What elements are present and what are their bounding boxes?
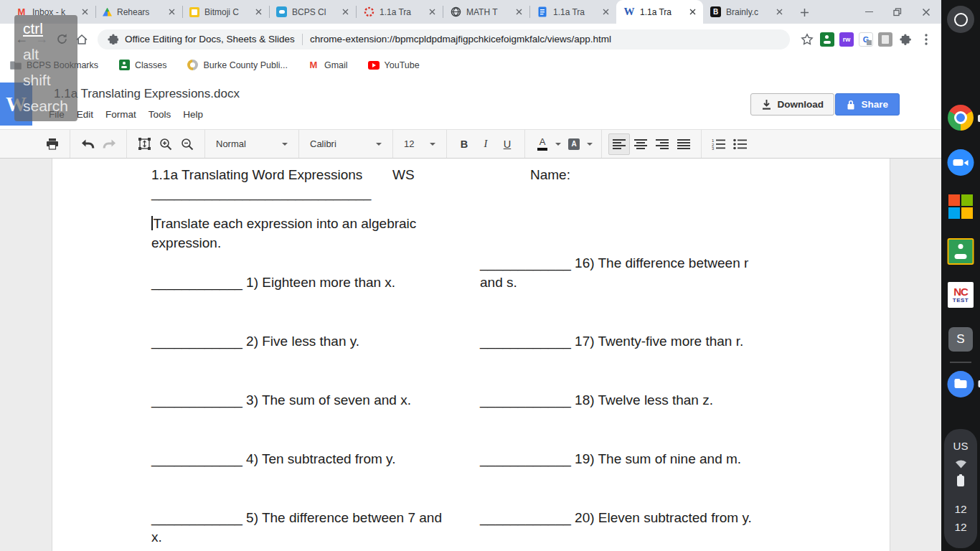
omnibox[interactable]: Office Editing for Docs, Sheets & Slides…: [98, 29, 790, 50]
align-justify-icon: [677, 139, 690, 149]
instruction-line[interactable]: Translate each expression into an algebr…: [151, 214, 416, 233]
sticky-key-shift: shift: [23, 72, 77, 88]
read-write-extension-icon[interactable]: rw: [839, 32, 854, 47]
bookmark-star-button[interactable]: [797, 29, 817, 50]
tab-close-icon[interactable]: [426, 6, 438, 18]
tab-bitmoji[interactable]: Bitmoji C: [182, 0, 269, 24]
browser-menu-button[interactable]: [918, 29, 934, 50]
menu-help[interactable]: Help: [183, 109, 203, 120]
highlight-color-dropdown[interactable]: [585, 133, 595, 155]
menu-edit[interactable]: Edit: [77, 109, 93, 120]
highlight-color-button[interactable]: A: [563, 133, 585, 155]
s-app-icon[interactable]: S: [948, 327, 973, 352]
underline-button[interactable]: U: [496, 133, 518, 155]
zoom-out-button[interactable]: [176, 133, 198, 155]
microsoft-app-icon[interactable]: [948, 194, 973, 219]
numbered-list-button[interactable]: 123: [708, 133, 730, 155]
exercise-item-16[interactable]: ____________ 16) The difference between …: [480, 253, 748, 273]
print-button[interactable]: [42, 133, 63, 155]
exercise-item-4[interactable]: ____________ 4) Ten subtracted from y.: [151, 449, 395, 468]
bold-button[interactable]: B: [453, 133, 475, 155]
download-button[interactable]: Download: [750, 93, 835, 116]
tab-bcps[interactable]: BCPS Cl: [269, 0, 356, 24]
exercise-item-19[interactable]: ____________ 19) The sum of nine and m.: [480, 449, 741, 468]
align-right-button[interactable]: [651, 133, 673, 155]
font-family-select[interactable]: Calibri: [306, 133, 386, 155]
zoom-in-button[interactable]: [155, 133, 176, 155]
undo-icon: [81, 139, 95, 149]
exercise-item-17[interactable]: ____________ 17) Twenty-five more than r…: [480, 331, 743, 351]
menu-format[interactable]: Format: [105, 109, 136, 120]
document-title[interactable]: 1.1a Translating Expressions.docx: [54, 87, 240, 101]
clipper-extension-icon[interactable]: [878, 32, 892, 47]
fit-page-icon: [138, 137, 151, 151]
nctest-app-icon[interactable]: NC TEST: [948, 282, 974, 308]
tab-close-icon[interactable]: [513, 6, 524, 18]
tab-rehearsal[interactable]: Rehears: [95, 0, 182, 24]
status-tray[interactable]: US 12 12: [944, 429, 977, 548]
align-left-button[interactable]: [608, 133, 630, 155]
translate-extension-icon[interactable]: G: [859, 32, 873, 47]
instruction-line[interactable]: expression.: [151, 233, 221, 253]
chrome-app-icon[interactable]: [948, 105, 974, 131]
close-window-button[interactable]: [921, 7, 931, 17]
restore-button[interactable]: [892, 7, 903, 17]
exercise-item-18[interactable]: ____________ 18) Twelve less than z.: [480, 390, 713, 410]
undo-button[interactable]: [77, 133, 98, 155]
tab-translating-loading[interactable]: 1.1a Tra: [356, 0, 443, 24]
classroom-extension-icon[interactable]: [820, 32, 834, 47]
sticky-keys-overlay: ctrl alt shift search: [14, 15, 77, 121]
redo-button[interactable]: [98, 133, 120, 155]
classroom-app-icon[interactable]: [948, 238, 974, 265]
exercise-item-2[interactable]: ____________ 2) Five less than y.: [151, 331, 359, 351]
new-tab-button[interactable]: [794, 3, 814, 23]
zoom-app-icon[interactable]: [948, 149, 974, 176]
files-app-icon[interactable]: [948, 371, 974, 397]
exercise-item-20[interactable]: ____________ 20) Eleven subtracted from …: [480, 508, 752, 527]
exercise-item-5[interactable]: ____________ 5) The difference between 7…: [151, 508, 442, 527]
tab-close-icon[interactable]: [773, 6, 785, 18]
exercise-item-5-wrap[interactable]: x.: [151, 527, 162, 547]
bookmark-burke-county[interactable]: Burke County Publi...: [187, 60, 288, 71]
title-underline[interactable]: _____________________________: [151, 183, 371, 202]
exercise-item-16-wrap[interactable]: and s.: [480, 273, 517, 292]
launcher-button[interactable]: [947, 6, 974, 33]
tab-translating-word-active[interactable]: W 1.1a Tra: [616, 0, 703, 24]
fit-page-button[interactable]: [133, 133, 155, 155]
text-color-dropdown[interactable]: [553, 133, 563, 155]
bookmark-classes[interactable]: Classes: [118, 60, 166, 71]
bookmark-gmail[interactable]: M Gmail: [308, 60, 348, 71]
align-justify-button[interactable]: [673, 133, 694, 155]
exercise-item-1[interactable]: ____________ 1) Eighteen more than x.: [151, 273, 395, 292]
worksheet-title[interactable]: 1.1a Translating Word Expressions: [151, 165, 362, 184]
tab-translating-docs[interactable]: 1.1a Tra: [529, 0, 616, 24]
page-url: chrome-extension://bpmcpldpdmajfigpchkic…: [310, 34, 780, 44]
battery-icon: [957, 476, 964, 486]
document-page[interactable]: 1.1a Translating Word Expressions WS Nam…: [52, 159, 890, 551]
tab-close-icon[interactable]: [600, 6, 611, 18]
italic-button[interactable]: I: [475, 133, 496, 155]
tab-close-icon[interactable]: [166, 6, 177, 18]
tab-brainly[interactable]: B Brainly.c: [703, 0, 790, 24]
font-size-select[interactable]: 12: [400, 133, 440, 155]
download-icon: [761, 99, 772, 110]
worksheet-ws-label[interactable]: WS: [392, 165, 415, 184]
classroom-icon: [119, 60, 130, 70]
bulleted-list-button[interactable]: [730, 133, 751, 155]
tab-math[interactable]: MATH T: [443, 0, 529, 24]
minimize-button[interactable]: [864, 7, 874, 17]
align-center-button[interactable]: [630, 133, 651, 155]
bookmark-youtube[interactable]: YouTube: [368, 60, 420, 71]
paragraph-style-select[interactable]: Normal: [212, 133, 292, 155]
tab-close-icon[interactable]: [253, 6, 264, 18]
text-color-swatch: [537, 148, 547, 151]
text-color-button[interactable]: A: [532, 133, 553, 155]
share-button[interactable]: Share: [835, 93, 900, 116]
extensions-menu-button[interactable]: [897, 29, 913, 50]
menu-tools[interactable]: Tools: [149, 109, 171, 120]
worksheet-name-label[interactable]: Name:: [530, 165, 570, 184]
tab-close-icon[interactable]: [339, 6, 351, 18]
exercise-item-3[interactable]: ____________ 3) The sum of seven and x.: [151, 390, 411, 410]
tab-close-icon[interactable]: [687, 6, 698, 18]
tab-close-icon[interactable]: [79, 6, 90, 18]
